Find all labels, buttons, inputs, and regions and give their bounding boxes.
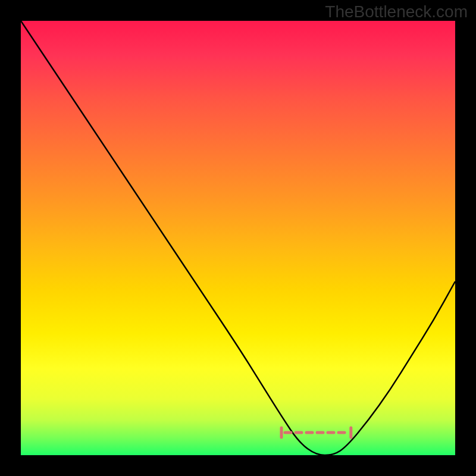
highlight-markers	[281, 428, 351, 437]
chart-svg	[21, 21, 455, 455]
bottleneck-curve	[21, 21, 455, 455]
chart-plot-area	[21, 21, 455, 455]
watermark-text: TheBottleneck.com	[325, 2, 468, 21]
